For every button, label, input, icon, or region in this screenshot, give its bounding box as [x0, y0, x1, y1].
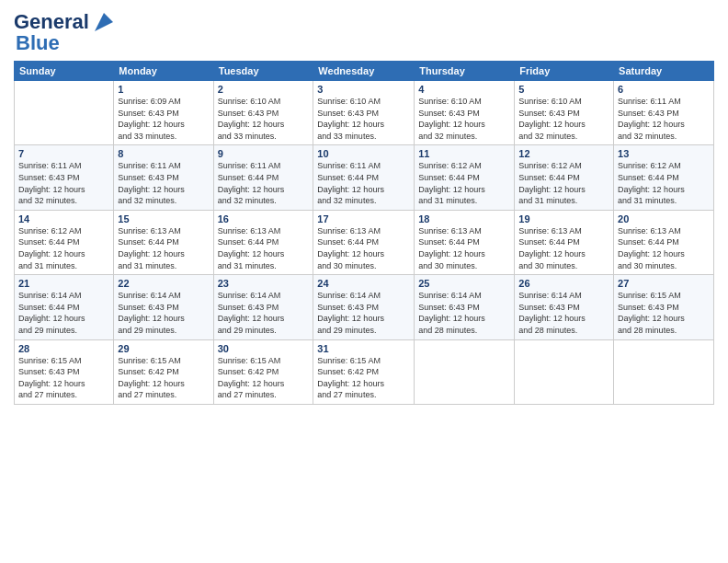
day-info: Sunrise: 6:13 AM Sunset: 6:44 PM Dayligh… — [317, 225, 410, 271]
calendar-body: 1Sunrise: 6:09 AM Sunset: 6:43 PM Daylig… — [15, 81, 714, 405]
calendar-cell: 28Sunrise: 6:15 AM Sunset: 6:43 PM Dayli… — [15, 339, 114, 404]
calendar-cell — [614, 339, 714, 404]
day-info: Sunrise: 6:13 AM Sunset: 6:44 PM Dayligh… — [118, 225, 209, 271]
day-number: 27 — [618, 278, 710, 289]
day-number: 28 — [18, 343, 109, 354]
day-number: 7 — [18, 148, 109, 159]
calendar-cell: 15Sunrise: 6:13 AM Sunset: 6:44 PM Dayli… — [114, 210, 213, 274]
day-info: Sunrise: 6:13 AM Sunset: 6:44 PM Dayligh… — [518, 225, 609, 271]
calendar-cell: 23Sunrise: 6:14 AM Sunset: 6:43 PM Dayli… — [213, 275, 313, 339]
day-info: Sunrise: 6:14 AM Sunset: 6:43 PM Dayligh… — [118, 290, 209, 336]
calendar-cell: 30Sunrise: 6:15 AM Sunset: 6:42 PM Dayli… — [213, 339, 313, 404]
calendar-cell — [515, 339, 614, 404]
calendar-header-row: SundayMondayTuesdayWednesdayThursdayFrid… — [15, 62, 714, 81]
calendar-cell: 17Sunrise: 6:13 AM Sunset: 6:44 PM Dayli… — [313, 210, 415, 274]
calendar-cell: 26Sunrise: 6:14 AM Sunset: 6:43 PM Dayli… — [515, 275, 614, 339]
calendar-cell: 13Sunrise: 6:12 AM Sunset: 6:44 PM Dayli… — [614, 145, 714, 210]
day-info: Sunrise: 6:11 AM Sunset: 6:44 PM Dayligh… — [317, 160, 410, 206]
day-info: Sunrise: 6:12 AM Sunset: 6:44 PM Dayligh… — [18, 225, 109, 271]
calendar-cell: 12Sunrise: 6:12 AM Sunset: 6:44 PM Dayli… — [515, 145, 614, 210]
calendar-cell: 2Sunrise: 6:10 AM Sunset: 6:43 PM Daylig… — [213, 81, 313, 145]
calendar-header-sunday: Sunday — [15, 62, 114, 81]
calendar-cell: 6Sunrise: 6:11 AM Sunset: 6:43 PM Daylig… — [614, 81, 714, 145]
day-number: 23 — [218, 278, 310, 289]
calendar-header-monday: Monday — [114, 62, 213, 81]
calendar-cell: 3Sunrise: 6:10 AM Sunset: 6:43 PM Daylig… — [313, 81, 415, 145]
day-info: Sunrise: 6:14 AM Sunset: 6:43 PM Dayligh… — [518, 290, 609, 336]
day-info: Sunrise: 6:15 AM Sunset: 6:42 PM Dayligh… — [218, 355, 310, 401]
day-number: 15 — [118, 213, 209, 224]
calendar-cell: 8Sunrise: 6:11 AM Sunset: 6:43 PM Daylig… — [114, 145, 213, 210]
day-info: Sunrise: 6:13 AM Sunset: 6:44 PM Dayligh… — [618, 225, 710, 271]
day-info: Sunrise: 6:14 AM Sunset: 6:43 PM Dayligh… — [418, 290, 510, 336]
calendar-cell: 25Sunrise: 6:14 AM Sunset: 6:43 PM Dayli… — [415, 275, 515, 339]
day-info: Sunrise: 6:12 AM Sunset: 6:44 PM Dayligh… — [618, 160, 710, 206]
day-number: 13 — [618, 148, 710, 159]
day-number: 29 — [118, 343, 209, 354]
day-number: 26 — [518, 278, 609, 289]
calendar-cell: 7Sunrise: 6:11 AM Sunset: 6:43 PM Daylig… — [15, 145, 114, 210]
day-number: 6 — [618, 84, 710, 95]
calendar-week-1: 1Sunrise: 6:09 AM Sunset: 6:43 PM Daylig… — [15, 81, 714, 145]
calendar-cell — [15, 81, 114, 145]
day-info: Sunrise: 6:12 AM Sunset: 6:44 PM Dayligh… — [518, 160, 609, 206]
calendar-header-tuesday: Tuesday — [213, 62, 313, 81]
day-info: Sunrise: 6:15 AM Sunset: 6:42 PM Dayligh… — [317, 355, 410, 401]
day-info: Sunrise: 6:11 AM Sunset: 6:43 PM Dayligh… — [18, 160, 109, 206]
day-info: Sunrise: 6:10 AM Sunset: 6:43 PM Dayligh… — [317, 96, 410, 142]
day-info: Sunrise: 6:09 AM Sunset: 6:43 PM Dayligh… — [118, 96, 209, 142]
calendar-cell: 19Sunrise: 6:13 AM Sunset: 6:44 PM Dayli… — [515, 210, 614, 274]
day-info: Sunrise: 6:15 AM Sunset: 6:43 PM Dayligh… — [618, 290, 710, 336]
day-info: Sunrise: 6:13 AM Sunset: 6:44 PM Dayligh… — [218, 225, 310, 271]
calendar-cell: 27Sunrise: 6:15 AM Sunset: 6:43 PM Dayli… — [614, 275, 714, 339]
logo-icon — [91, 9, 117, 35]
day-number: 1 — [118, 84, 209, 95]
calendar-cell: 9Sunrise: 6:11 AM Sunset: 6:44 PM Daylig… — [213, 145, 313, 210]
calendar-cell: 21Sunrise: 6:14 AM Sunset: 6:44 PM Dayli… — [15, 275, 114, 339]
day-number: 30 — [218, 343, 310, 354]
calendar-week-5: 28Sunrise: 6:15 AM Sunset: 6:43 PM Dayli… — [15, 339, 714, 404]
page: General Blue SundayMondayTuesdayWednesda… — [0, 0, 728, 563]
day-number: 3 — [317, 84, 410, 95]
day-info: Sunrise: 6:15 AM Sunset: 6:43 PM Dayligh… — [18, 355, 109, 401]
calendar: SundayMondayTuesdayWednesdayThursdayFrid… — [14, 61, 714, 405]
day-info: Sunrise: 6:10 AM Sunset: 6:43 PM Dayligh… — [218, 96, 310, 142]
day-number: 5 — [518, 84, 609, 95]
day-info: Sunrise: 6:11 AM Sunset: 6:43 PM Dayligh… — [118, 160, 209, 206]
calendar-cell: 10Sunrise: 6:11 AM Sunset: 6:44 PM Dayli… — [313, 145, 415, 210]
day-number: 11 — [418, 148, 510, 159]
calendar-header-saturday: Saturday — [614, 62, 714, 81]
day-info: Sunrise: 6:10 AM Sunset: 6:43 PM Dayligh… — [418, 96, 510, 142]
day-number: 8 — [118, 148, 209, 159]
day-info: Sunrise: 6:10 AM Sunset: 6:43 PM Dayligh… — [518, 96, 609, 142]
calendar-cell: 11Sunrise: 6:12 AM Sunset: 6:44 PM Dayli… — [415, 145, 515, 210]
day-info: Sunrise: 6:11 AM Sunset: 6:43 PM Dayligh… — [618, 96, 710, 142]
day-number: 12 — [518, 148, 609, 159]
calendar-header-thursday: Thursday — [415, 62, 515, 81]
calendar-cell: 24Sunrise: 6:14 AM Sunset: 6:43 PM Dayli… — [313, 275, 415, 339]
logo: General Blue — [14, 9, 117, 55]
day-number: 31 — [317, 343, 410, 354]
calendar-cell: 14Sunrise: 6:12 AM Sunset: 6:44 PM Dayli… — [15, 210, 114, 274]
calendar-cell: 31Sunrise: 6:15 AM Sunset: 6:42 PM Dayli… — [313, 339, 415, 404]
calendar-cell: 1Sunrise: 6:09 AM Sunset: 6:43 PM Daylig… — [114, 81, 213, 145]
calendar-cell: 20Sunrise: 6:13 AM Sunset: 6:44 PM Dayli… — [614, 210, 714, 274]
day-info: Sunrise: 6:14 AM Sunset: 6:44 PM Dayligh… — [18, 290, 109, 336]
header-area: General Blue — [14, 9, 714, 55]
calendar-cell — [415, 339, 515, 404]
calendar-cell: 18Sunrise: 6:13 AM Sunset: 6:44 PM Dayli… — [415, 210, 515, 274]
day-number: 9 — [218, 148, 310, 159]
day-info: Sunrise: 6:15 AM Sunset: 6:42 PM Dayligh… — [118, 355, 209, 401]
day-number: 18 — [418, 213, 510, 224]
day-number: 25 — [418, 278, 510, 289]
calendar-cell: 4Sunrise: 6:10 AM Sunset: 6:43 PM Daylig… — [415, 81, 515, 145]
day-number: 22 — [118, 278, 209, 289]
day-info: Sunrise: 6:14 AM Sunset: 6:43 PM Dayligh… — [317, 290, 410, 336]
day-number: 19 — [518, 213, 609, 224]
day-info: Sunrise: 6:14 AM Sunset: 6:43 PM Dayligh… — [218, 290, 310, 336]
day-number: 17 — [317, 213, 410, 224]
calendar-header-wednesday: Wednesday — [313, 62, 415, 81]
day-info: Sunrise: 6:13 AM Sunset: 6:44 PM Dayligh… — [418, 225, 510, 271]
calendar-cell: 16Sunrise: 6:13 AM Sunset: 6:44 PM Dayli… — [213, 210, 313, 274]
svg-marker-0 — [95, 13, 113, 31]
